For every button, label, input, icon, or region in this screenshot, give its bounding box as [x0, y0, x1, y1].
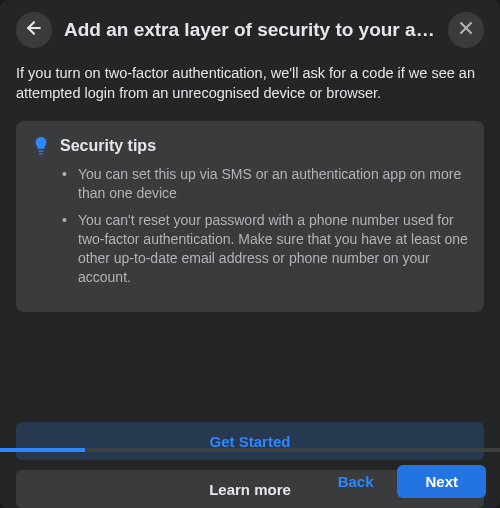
next-button[interactable]: Next: [397, 465, 486, 498]
back-button[interactable]: [16, 12, 52, 48]
modal-footer: Back Next: [308, 455, 500, 508]
footer-back-button[interactable]: Back: [322, 465, 390, 498]
tips-header: Security tips: [32, 137, 468, 155]
progress-fill: [0, 448, 85, 452]
close-button[interactable]: [448, 12, 484, 48]
tips-list: You can set this up via SMS or an authen…: [32, 165, 468, 286]
modal-title: Add an extra layer of security to your a…: [64, 19, 436, 41]
tip-item: You can't reset your password with a pho…: [62, 211, 468, 287]
description-text: If you turn on two-factor authentication…: [16, 64, 484, 103]
arrow-left-icon: [24, 18, 44, 42]
progress-bar: [0, 448, 500, 452]
tips-title: Security tips: [60, 137, 156, 155]
tip-item: You can set this up via SMS or an authen…: [62, 165, 468, 203]
modal-header: Add an extra layer of security to your a…: [0, 0, 500, 60]
close-icon: [456, 18, 476, 42]
lightbulb-icon: [32, 137, 50, 155]
modal-content: If you turn on two-factor authentication…: [0, 60, 500, 400]
security-modal: Add an extra layer of security to your a…: [0, 0, 500, 508]
security-tips-box: Security tips You can set this up via SM…: [16, 121, 484, 312]
